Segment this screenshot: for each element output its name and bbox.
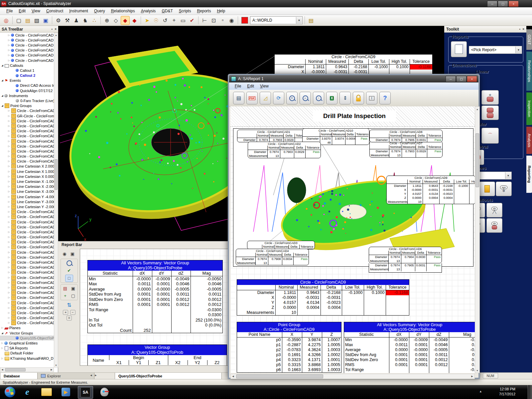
expand-icon[interactable]: ▷ [7, 44, 11, 47]
expand-icon[interactable]: ▷ [1, 347, 4, 349]
help-ring-icon[interactable]: ◎ [2, 16, 10, 25]
expand-icon[interactable]: ▷ [7, 281, 11, 284]
expand-icon[interactable]: ▷ [7, 155, 11, 158]
text-box-icon[interactable]: I [366, 92, 377, 104]
expand-icon[interactable]: ▷ [7, 200, 11, 203]
zoom-in-icon[interactable]: + [286, 92, 298, 104]
collapse-icon[interactable]: ◢ [1, 94, 4, 97]
tree-item[interactable]: Default Folder [0, 351, 54, 356]
tree-item[interactable]: ▷∴Circle - CircleFromCAD [0, 235, 54, 240]
open-file-icon[interactable]: ▤ [24, 16, 32, 25]
tree-item[interactable]: ▷∴Line Cartesian X -1.000 [0, 179, 54, 184]
expand-icon[interactable]: ▷ [7, 261, 11, 264]
scroll-up-icon[interactable]: ▲ [54, 33, 58, 37]
expand-icon[interactable]: ▷ [7, 39, 11, 42]
scroll-left-icon[interactable]: ◀ [231, 374, 235, 379]
help-icon[interactable]: ? [379, 92, 391, 104]
expand-icon[interactable]: ▷ [7, 236, 11, 238]
expand-icon[interactable]: ▷ [7, 54, 11, 57]
menu-item-gdt[interactable]: GD&T [159, 8, 176, 14]
tree-item[interactable]: ▷∴Circle - CircleFromCAD [0, 108, 54, 113]
expand-icon[interactable]: ▷ [7, 180, 11, 183]
tree-item[interactable]: ▷∴Circle - CircleFromCAD [0, 250, 54, 255]
expand-icon[interactable]: ▷ [7, 276, 11, 279]
rb-report-icon[interactable]: ▤ [62, 285, 69, 292]
sareport-hscrollbar[interactable]: ◀ ▶ [230, 374, 475, 379]
expand-icon[interactable]: ▷ [7, 307, 11, 309]
view-cube-icon[interactable]: ◇ [112, 16, 120, 25]
tree-item[interactable]: ▷∴Line Cartesian X -2.000 [0, 184, 54, 189]
sareport-maximize-button[interactable]: ▢ [456, 76, 466, 82]
tree-item[interactable]: ▷∴Circle - CircleFromCAD [0, 300, 54, 305]
tree-item[interactable]: ▷∴Circle - CircleFromCAD [0, 295, 54, 300]
collapse-icon[interactable]: ◢ [1, 79, 4, 82]
tree-item[interactable]: Callout 2 [0, 73, 54, 78]
angle-arc-button[interactable]: ⌒ [481, 128, 499, 144]
expand-icon[interactable]: ▷ [7, 130, 11, 132]
expand-icon[interactable]: ▷ [7, 286, 11, 289]
tray-expand-icon[interactable]: ▲ [479, 390, 482, 393]
media-player-icon[interactable]: ▶ [59, 386, 73, 398]
add-instrument-icon[interactable]: ♟ [72, 16, 80, 25]
tree-item[interactable]: ▷∴Line Cartesian X 1.000 [0, 169, 54, 174]
tree-item[interactable]: ▷KTraining ManualFARO_D [0, 356, 54, 361]
tree-item[interactable]: ▷∴Circle - CircleFromCAD [0, 118, 54, 123]
rb-checklist-icon[interactable]: ✔ [66, 267, 73, 274]
rotate-view-icon[interactable]: ↺ [161, 16, 169, 25]
expand-icon[interactable]: ▷ [7, 49, 11, 52]
hierarchy-icon[interactable]: ∴ [90, 16, 98, 25]
rb-zoom-in-button[interactable]: + [63, 310, 68, 315]
scroll-right-icon[interactable]: ▶ [470, 374, 474, 379]
menu-item-help[interactable]: Help [214, 8, 228, 14]
tree-item[interactable]: ▷∴Line Cartesian X 0.000 [0, 174, 54, 179]
expand-icon[interactable]: ▷ [7, 34, 11, 37]
expand-icon[interactable]: ▷ [7, 322, 11, 324]
tree-item[interactable]: ▷∴Circle - CircleFromCAD [0, 123, 54, 128]
expand-icon[interactable]: ▷ [7, 312, 11, 314]
rb-reports-icon[interactable]: ▣ [69, 285, 77, 292]
file-explorer-icon[interactable] [39, 386, 54, 398]
expand-icon[interactable]: ▷ [7, 115, 11, 117]
tree-vscrollbar[interactable]: ▲ ▼ [54, 33, 58, 367]
selection-box-icon[interactable]: ▫ [218, 16, 227, 25]
view-sphere-icon[interactable]: ⊕ [103, 16, 111, 25]
solid-view-icon[interactable]: ◆ [121, 16, 130, 25]
expand-icon[interactable]: ▷ [7, 196, 11, 198]
menu-item-view[interactable]: View [257, 83, 272, 89]
tree-item[interactable]: ▷∴Line Cartesian Y -3.000 [0, 199, 54, 204]
tree-item[interactable]: ▷SA Reports [0, 346, 54, 351]
zoom-window-icon[interactable]: ▫ [313, 92, 324, 104]
chevron-down-icon[interactable]: ▼ [505, 172, 511, 179]
export-excel-icon[interactable]: X [326, 92, 337, 104]
tree-item[interactable]: ▷∴GR-Circle - CircleFrom( [0, 113, 54, 118]
tree-item[interactable]: ◢Callouts [0, 63, 54, 68]
tree-item[interactable]: ▷Circle - CircleFromCAD [0, 33, 54, 38]
dim-point-object-button[interactable]: ✛ [481, 90, 499, 105]
menu-item-construct[interactable]: Construct [43, 8, 66, 14]
scroll-down-icon[interactable]: ▼ [475, 368, 479, 373]
menu-item-scripts[interactable]: Scripts [176, 8, 194, 14]
toolkit-tab-analysis[interactable]: Analysis [526, 127, 532, 154]
menu-item-edit[interactable]: Edit [16, 8, 29, 14]
toolkit-tab-reporting[interactable]: Reporting [526, 156, 532, 193]
expand-icon[interactable]: ▷ [7, 210, 11, 213]
tree-item[interactable]: ▷∴Circle - CircleFromCAD [0, 134, 54, 139]
menu-item-reports[interactable]: Reports [194, 8, 214, 14]
save-icon[interactable]: ▣ [42, 16, 50, 25]
export-pdf-icon[interactable]: PDF [246, 92, 258, 104]
toolkit-pin-icon[interactable]: ▪ [519, 27, 521, 31]
menu-item-file[interactable]: File [232, 83, 244, 89]
settings-gear-icon[interactable]: ⚙ [54, 16, 63, 25]
tree-item[interactable]: ▷∴Circle - CircleFromCAD [0, 214, 54, 219]
scroll-up-icon[interactable]: ▲ [475, 107, 479, 111]
tree-item[interactable]: ▷Planes [0, 326, 54, 331]
dock-report-icon[interactable]: ⊡ [209, 16, 218, 25]
expand-icon[interactable]: ▷ [7, 266, 11, 269]
tree-item[interactable]: ▷∴Circle - CircleFromCAD [0, 139, 54, 144]
tab-scroll-left-icon[interactable]: ◀ [89, 374, 93, 377]
tree-item[interactable]: ◢Instruments [0, 93, 54, 98]
tree-item[interactable]: ▷∴Circle - CircleFromCAD [0, 129, 54, 134]
collapse-icon[interactable]: ◢ [1, 332, 4, 334]
expand-icon[interactable]: ▷ [7, 175, 11, 178]
import-cad-icon[interactable]: ▧ [33, 16, 41, 25]
